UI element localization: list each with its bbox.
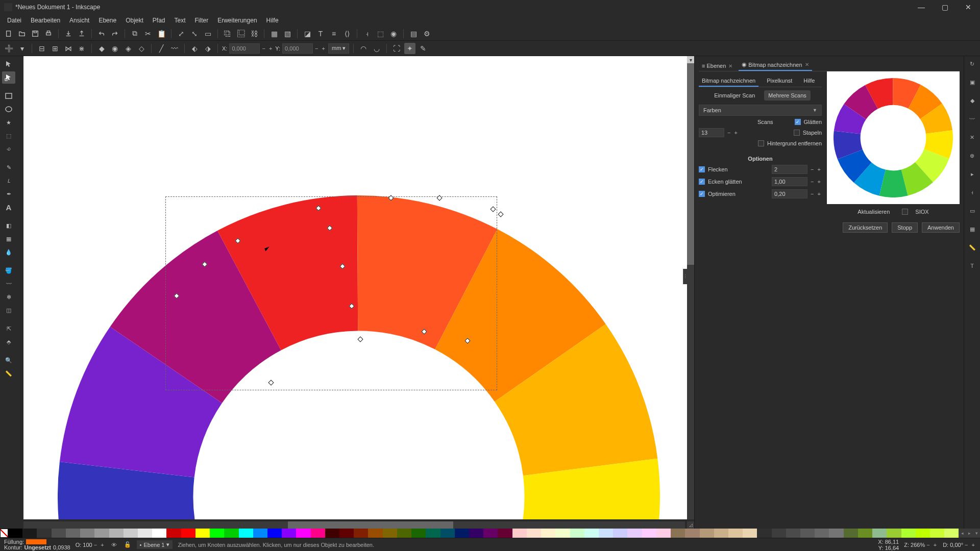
new-icon[interactable] [3, 28, 14, 39]
node-cusp-icon[interactable]: ◆ [96, 43, 107, 54]
update-button[interactable]: Aktualisieren [852, 207, 895, 216]
optimize-checkbox[interactable] [699, 191, 705, 197]
zoom-selection-icon[interactable]: ⤢ [176, 28, 187, 39]
group-icon[interactable]: ▦ [268, 28, 280, 39]
calligraphy-tool-icon[interactable]: ✒ [2, 188, 15, 200]
palette-swatch[interactable] [282, 529, 296, 538]
trace-icon[interactable]: ◉ [388, 28, 399, 39]
text-dialog-icon[interactable]: T [315, 28, 326, 39]
subtab-help[interactable]: Hilfe [800, 76, 818, 87]
palette-swatch[interactable] [311, 529, 325, 538]
palette-swatch[interactable] [887, 529, 901, 538]
zoom-drawing-icon[interactable]: ⤡ [189, 28, 200, 39]
palette-swatch[interactable] [555, 529, 570, 538]
palette-swatch[interactable] [844, 529, 858, 538]
color-wheel-object[interactable] [58, 195, 660, 519]
palette-swatch[interactable] [916, 529, 930, 538]
palette-swatch[interactable] [772, 529, 786, 538]
print-icon[interactable] [43, 28, 54, 39]
palette-swatch[interactable] [267, 529, 282, 538]
palette-swatch[interactable] [354, 529, 368, 538]
palette-swatch[interactable] [613, 529, 627, 538]
removebg-checkbox[interactable] [758, 140, 764, 146]
scantab-multi[interactable]: Mehrere Scans [764, 90, 811, 101]
palette-swatch[interactable] [181, 529, 195, 538]
palette-swatch[interactable] [8, 529, 22, 538]
subtab-pixel[interactable]: Pixelkunst [764, 76, 795, 87]
save-icon[interactable] [30, 28, 41, 39]
menu-layer[interactable]: Ebene [94, 15, 120, 26]
palette-swatch[interactable] [52, 529, 66, 538]
snap-bbox-icon[interactable]: ▣ [967, 77, 978, 88]
palette-swatch[interactable] [627, 529, 642, 538]
snap-align-icon[interactable]: ⫞ [967, 187, 978, 198]
current-layer[interactable]: • Ebene 1 ▾ [137, 540, 173, 549]
palette-swatch[interactable] [671, 529, 685, 538]
palette-swatch[interactable] [66, 529, 80, 538]
scantab-single[interactable]: Einmaliger Scan [710, 90, 759, 101]
spiral-tool-icon[interactable]: ꩜ [2, 143, 15, 155]
scans-stepper[interactable]: − + [727, 130, 739, 136]
palette-swatch[interactable] [527, 529, 541, 538]
palette-swatch[interactable] [512, 529, 527, 538]
speckles-value[interactable]: 2 [772, 165, 807, 174]
prefs-icon[interactable]: ⚙ [421, 28, 432, 39]
palette-swatch[interactable] [498, 529, 512, 538]
canvas-corner-icon[interactable]: ◿ [687, 521, 694, 529]
palette-swatch[interactable] [296, 529, 310, 538]
duplicate-icon[interactable]: ⿻ [222, 28, 233, 39]
palette-swatch[interactable] [656, 529, 671, 538]
vertical-scrollbar[interactable] [687, 56, 694, 519]
show-bezier-icon[interactable]: ◡ [371, 43, 382, 54]
node-tool-icon[interactable] [2, 71, 15, 84]
palette-scroll-left-icon[interactable]: ◂ [959, 529, 966, 538]
palette-swatch[interactable] [383, 529, 397, 538]
copy-icon[interactable]: ⧉ [129, 28, 140, 39]
palette-swatch[interactable] [253, 529, 267, 538]
smooth-checkbox[interactable] [795, 119, 801, 125]
palette-swatch[interactable] [325, 529, 339, 538]
opacity-value[interactable]: 100 [83, 542, 92, 548]
show-handles-icon[interactable]: ✦ [404, 43, 415, 54]
rect-tool-icon[interactable] [2, 90, 15, 102]
join-node-icon[interactable]: ⊞ [50, 43, 61, 54]
menu-filter[interactable]: Filter [191, 15, 213, 26]
subtab-trace[interactable]: Bitmap nachzeichnen [699, 76, 758, 87]
palette-swatch[interactable] [397, 529, 411, 538]
zoom-stepper[interactable]: − + [926, 542, 938, 548]
dock-handle[interactable]: ⋮ [683, 269, 687, 284]
palette-swatch[interactable] [829, 529, 843, 538]
clone-icon[interactable]: ⿺ [235, 28, 247, 39]
palette-swatch[interactable] [469, 529, 483, 538]
canvas[interactable] [23, 56, 694, 519]
zoom-page-icon[interactable]: ▭ [202, 28, 213, 39]
palette-swatch[interactable] [858, 529, 872, 538]
palette-swatch[interactable] [455, 529, 469, 538]
trace-mode-dropdown[interactable]: Farben ▼ [699, 105, 822, 116]
palette-swatch[interactable] [815, 529, 829, 538]
palette-swatch[interactable] [37, 529, 51, 538]
delete-segment-icon[interactable]: ⋇ [76, 43, 87, 54]
palette-swatch[interactable] [411, 529, 426, 538]
paste-icon[interactable]: 📋 [156, 28, 167, 39]
maximize-button[interactable]: ▢ [933, 0, 957, 14]
no-color-swatch[interactable] [0, 529, 8, 538]
palette-swatch[interactable] [584, 529, 599, 538]
snap-center-icon[interactable]: ⊕ [967, 150, 978, 161]
corners-checkbox[interactable] [699, 179, 705, 185]
align-icon[interactable]: ⫞ [361, 28, 373, 39]
siox-checkbox[interactable] [902, 209, 908, 215]
export-icon[interactable] [76, 28, 87, 39]
snap-page-icon[interactable]: ▭ [967, 205, 978, 216]
palette-swatch[interactable] [368, 529, 382, 538]
gradient-tool-icon[interactable]: ◧ [2, 219, 15, 232]
node-smooth-icon[interactable]: ◉ [109, 43, 120, 54]
snap-intersect-icon[interactable]: ✕ [967, 132, 978, 143]
menu-edit[interactable]: Bearbeiten [27, 15, 64, 26]
palette-swatch[interactable] [224, 529, 238, 538]
undo-icon[interactable] [96, 28, 107, 39]
star-tool-icon[interactable]: ★ [2, 116, 15, 129]
pencil-tool-icon[interactable]: ✎ [2, 161, 15, 173]
dock-tab-layers[interactable]: ≡ Ebenen ✕ [699, 61, 736, 71]
snap-node-icon[interactable]: ◆ [967, 95, 978, 106]
